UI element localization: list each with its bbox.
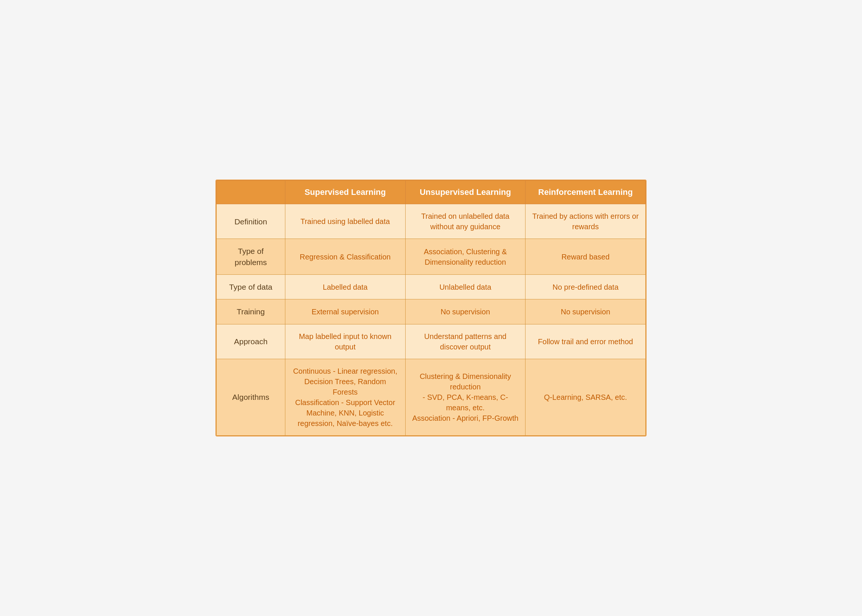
comparison-table: Supervised Learning Unsupervised Learnin…	[216, 179, 646, 437]
cell-unsupervised-training: No supervision	[405, 299, 525, 324]
row-label-type-of-problems: Type of problems	[217, 239, 285, 275]
cell-supervised-type-of-data: Labelled data	[285, 275, 405, 299]
cell-unsupervised-type-of-problems: Association, Clustering & Dimensionality…	[405, 239, 525, 275]
cell-unsupervised-algorithms: Clustering & Dimensionality reduction - …	[405, 359, 525, 435]
cell-unsupervised-definition: Trained on unlabelled data without any g…	[405, 204, 525, 239]
table-row-approach: ApproachMap labelled input to known outp…	[217, 324, 646, 359]
cell-supervised-algorithms: Continuous - Linear regression, Decision…	[285, 359, 405, 435]
cell-reinforcement-type-of-data: No pre-defined data	[525, 275, 646, 299]
header-reinforcement: Reinforcement Learning	[525, 181, 646, 204]
cell-reinforcement-algorithms: Q-Learning, SARSA, etc.	[525, 359, 646, 435]
row-label-training: Training	[217, 299, 285, 324]
cell-unsupervised-type-of-data: Unlabelled data	[405, 275, 525, 299]
table-row-type-of-problems: Type of problemsRegression & Classificat…	[217, 239, 646, 275]
cell-supervised-definition: Trained using labelled data	[285, 204, 405, 239]
row-label-approach: Approach	[217, 324, 285, 359]
cell-reinforcement-approach: Follow trail and error method	[525, 324, 646, 359]
table-row-algorithms: AlgorithmsContinuous - Linear regression…	[217, 359, 646, 435]
header-empty	[217, 181, 285, 204]
table-row-type-of-data: Type of dataLabelled dataUnlabelled data…	[217, 275, 646, 299]
cell-supervised-approach: Map labelled input to known output	[285, 324, 405, 359]
row-label-definition: Definition	[217, 204, 285, 239]
cell-reinforcement-type-of-problems: Reward based	[525, 239, 646, 275]
cell-supervised-type-of-problems: Regression & Classification	[285, 239, 405, 275]
cell-supervised-training: External supervision	[285, 299, 405, 324]
header-unsupervised: Unsupervised Learning	[405, 181, 525, 204]
header-supervised: Supervised Learning	[285, 181, 405, 204]
cell-unsupervised-approach: Understand patterns and discover output	[405, 324, 525, 359]
cell-reinforcement-definition: Trained by actions with errors or reward…	[525, 204, 646, 239]
table-row-training: TrainingExternal supervisionNo supervisi…	[217, 299, 646, 324]
row-label-type-of-data: Type of data	[217, 275, 285, 299]
row-label-algorithms: Algorithms	[217, 359, 285, 435]
cell-reinforcement-training: No supervision	[525, 299, 646, 324]
table-row-definition: DefinitionTrained using labelled dataTra…	[217, 204, 646, 239]
